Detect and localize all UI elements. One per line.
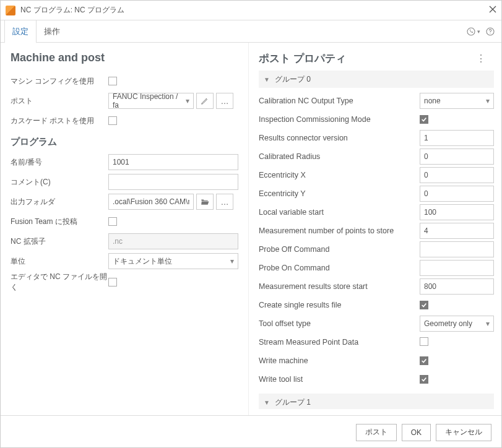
group-1-label: グループ 1 xyxy=(275,397,311,408)
svg-point-2 xyxy=(490,33,490,33)
tool-offset-label: Tool offset type xyxy=(259,319,420,328)
chevron-down-icon: ▾ xyxy=(230,257,234,265)
name-number-label: 名前/番号 xyxy=(11,157,108,168)
inspection-mode-checkbox[interactable] xyxy=(420,115,428,124)
chevron-down-icon: ▾ xyxy=(186,97,189,105)
tab-settings[interactable]: 設定 xyxy=(4,20,37,43)
inspection-mode-label: Inspection Commissioning Mode xyxy=(259,115,420,124)
window-title: NC プログラム: NC プログラム xyxy=(20,5,484,15)
post-select[interactable]: FANUC Inspection / fa ▾ xyxy=(108,93,194,109)
nc-extension-input[interactable] xyxy=(108,233,238,249)
connector-version-input[interactable] xyxy=(420,130,494,146)
probe-off-label: Probe Off Command xyxy=(259,245,420,254)
local-var-start-input[interactable] xyxy=(420,204,494,220)
comment-input[interactable] xyxy=(108,174,238,190)
fusion-team-label: Fusion Team に投稿 xyxy=(11,217,108,227)
phone-icon xyxy=(466,27,476,37)
write-machine-checkbox[interactable] xyxy=(420,356,428,365)
group-0-label: グループ 0 xyxy=(275,74,311,85)
open-in-editor-checkbox[interactable] xyxy=(108,278,117,286)
left-panel: Machine and post マシン コンフィグを使用 ポスト FANUC … xyxy=(1,43,248,415)
write-tool-list-checkbox[interactable] xyxy=(420,375,428,384)
pencil-icon xyxy=(201,97,209,105)
app-logo-icon xyxy=(6,6,15,15)
meas-num-points-label: Measurement number of points to store xyxy=(259,226,420,235)
stream-measured-checkbox[interactable] xyxy=(420,337,428,346)
phone-dropdown-button[interactable]: ▾ xyxy=(465,24,480,39)
single-results-label: Create single results file xyxy=(259,301,420,309)
post-properties-heading: ポスト プロパティ xyxy=(259,51,476,66)
open-in-editor-label: エディタで NC ファイルを開く xyxy=(11,272,108,293)
eccentricity-y-input[interactable] xyxy=(420,186,494,202)
chevron-down-icon: ▾ xyxy=(477,28,480,35)
cascade-post-label: カスケード ポストを使用 xyxy=(11,116,108,126)
units-label: 単位 xyxy=(11,256,108,267)
meas-store-start-input[interactable] xyxy=(420,278,494,295)
use-machine-config-checkbox[interactable] xyxy=(108,77,117,85)
ellipsis-icon: … xyxy=(221,97,229,106)
eccentricity-y-label: Eccentricity Y xyxy=(259,189,420,198)
tabbar: 設定 操作 ▾ xyxy=(1,20,501,43)
program-heading: プログラム xyxy=(11,136,238,148)
post-select-value: FANUC Inspection / fa xyxy=(113,92,186,110)
tool-offset-select[interactable]: Geometry only▾ xyxy=(420,316,494,332)
probe-off-input[interactable] xyxy=(420,241,494,257)
vertical-ellipsis-icon: ⋮ xyxy=(476,53,487,64)
chevron-down-icon: ▾ xyxy=(486,97,490,105)
eccentricity-x-label: Eccentricity X xyxy=(259,171,420,179)
triangle-down-icon: ▼ xyxy=(264,399,270,406)
output-folder-more-button[interactable]: … xyxy=(216,194,233,210)
close-icon xyxy=(489,6,496,13)
single-results-checkbox[interactable] xyxy=(420,301,428,309)
local-var-start-label: Local variable start xyxy=(259,208,420,217)
connector-version-label: Results connector version xyxy=(259,134,420,142)
post-properties-menu-button[interactable]: ⋮ xyxy=(476,53,487,64)
stream-measured-label: Stream Measured Point Data xyxy=(259,338,420,347)
post-button[interactable]: ポスト xyxy=(356,424,397,441)
eccentricity-x-input[interactable] xyxy=(420,167,494,183)
output-folder-label: 出力フォルダ xyxy=(11,197,108,207)
group-0-header[interactable]: ▼ グループ 0 xyxy=(259,71,494,88)
cascade-post-checkbox[interactable] xyxy=(108,116,117,125)
calibrated-radius-input[interactable] xyxy=(420,149,494,165)
write-tool-list-label: Write tool list xyxy=(259,375,420,384)
titlebar: NC プログラム: NC プログラム xyxy=(1,1,501,20)
meas-num-points-input[interactable] xyxy=(420,223,494,239)
calibrated-radius-label: Calibrated Radius xyxy=(259,152,420,161)
probe-on-input[interactable] xyxy=(420,260,494,276)
close-button[interactable] xyxy=(484,6,496,15)
edit-post-button[interactable] xyxy=(196,93,214,109)
right-panel: ポスト プロパティ ⋮ ▼ グループ 0 Calibration NC Outp… xyxy=(248,43,501,415)
open-folder-button[interactable] xyxy=(196,194,214,210)
calibration-type-label: Calibration NC Output Type xyxy=(259,97,420,105)
footer: ポスト OK キャンセル xyxy=(1,415,501,448)
use-machine-config-label: マシン コンフィグを使用 xyxy=(11,76,108,87)
output-folder-input[interactable] xyxy=(108,194,194,210)
post-more-button[interactable]: … xyxy=(216,93,233,109)
name-number-input[interactable] xyxy=(108,154,238,170)
group-1-header[interactable]: ▼ グループ 1 xyxy=(259,394,494,409)
units-select-value: ドキュメント単位 xyxy=(113,256,172,267)
calibration-type-select[interactable]: none▾ xyxy=(420,93,494,109)
tab-operations[interactable]: 操作 xyxy=(37,20,67,42)
check-icon xyxy=(421,116,427,123)
meas-store-start-label: Measurement results store start xyxy=(259,282,420,291)
check-icon xyxy=(421,358,427,364)
chevron-down-icon: ▾ xyxy=(486,319,490,328)
comment-label: コメント(C) xyxy=(11,177,108,187)
machine-and-post-heading: Machine and post xyxy=(11,51,238,64)
check-icon xyxy=(421,302,427,308)
units-select[interactable]: ドキュメント単位 ▾ xyxy=(108,253,238,269)
help-button[interactable] xyxy=(483,24,498,39)
nc-extension-label: NC 拡張子 xyxy=(11,236,108,247)
ok-button[interactable]: OK xyxy=(402,424,431,441)
cancel-button[interactable]: キャンセル xyxy=(436,424,491,441)
fusion-team-checkbox[interactable] xyxy=(108,217,117,226)
write-machine-label: Write machine xyxy=(259,356,420,365)
probe-on-label: Probe On Command xyxy=(259,264,420,272)
triangle-down-icon: ▼ xyxy=(264,76,270,83)
post-properties-scroll[interactable]: ▼ グループ 0 Calibration NC Output Type none… xyxy=(259,71,498,409)
folder-open-icon xyxy=(201,198,209,205)
help-icon xyxy=(485,27,495,37)
check-icon xyxy=(421,376,427,382)
